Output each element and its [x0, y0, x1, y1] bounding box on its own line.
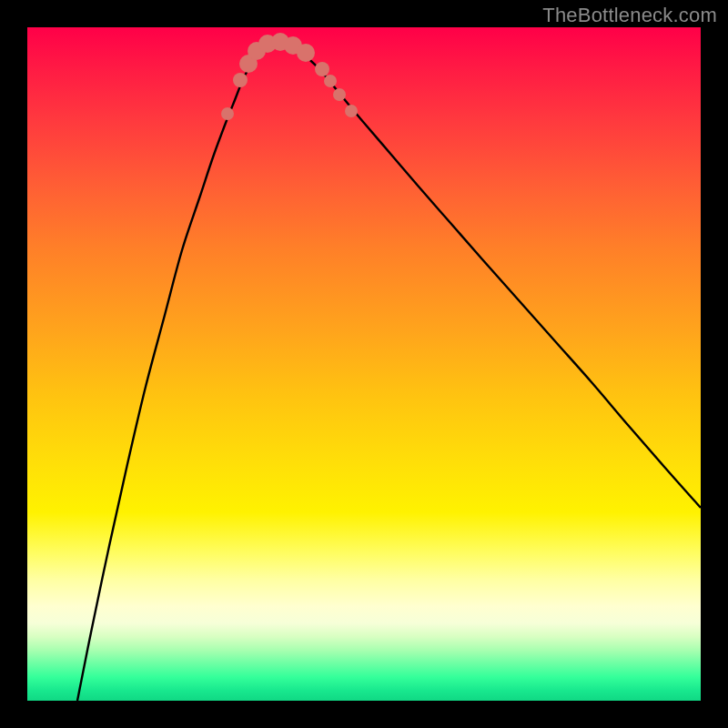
chart-marker: [333, 88, 346, 101]
chart-marker: [345, 105, 358, 117]
chart-overlay: [27, 27, 701, 701]
chart-plot-area: [27, 27, 701, 701]
chart-markers: [221, 33, 358, 120]
chart-marker: [297, 44, 315, 62]
chart-marker: [221, 107, 234, 120]
chart-marker: [324, 75, 337, 87]
chart-marker: [315, 62, 329, 76]
chart-curve: [77, 44, 701, 701]
chart-marker: [233, 73, 248, 87]
watermark-text: TheBottleneck.com: [542, 4, 717, 27]
